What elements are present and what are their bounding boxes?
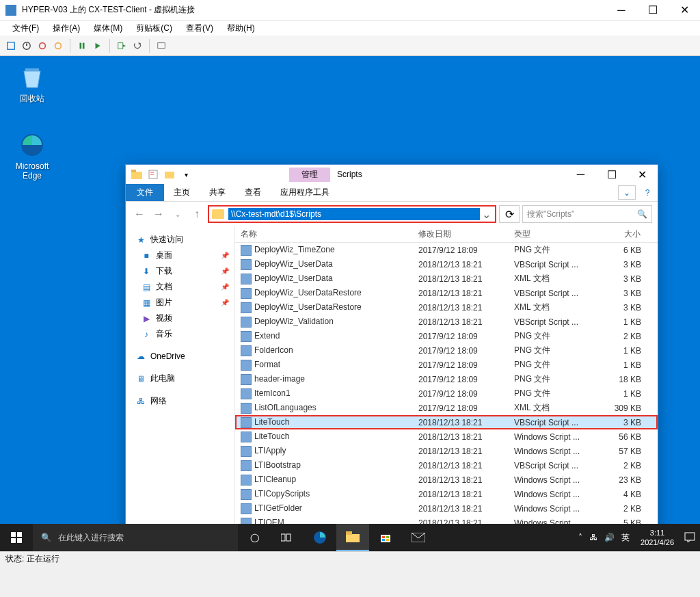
sidebar-music[interactable]: ♪音乐 <box>126 326 234 342</box>
file-row[interactable]: DeployWiz_UserDataRestore2018/12/13 18:2… <box>235 286 658 300</box>
svg-rect-23 <box>17 532 22 537</box>
explorer-minimize-button[interactable]: ─ <box>565 165 596 184</box>
menu-file[interactable]: 文件(F) <box>5 23 46 34</box>
ribbon-share-tab[interactable]: 共享 <box>200 184 235 201</box>
ribbon-expand-icon[interactable]: ⌄ <box>618 185 636 200</box>
sidebar-documents[interactable]: ▤文档📌 <box>126 279 234 295</box>
file-row[interactable]: LTICleanup2018/12/13 18:21Windows Script… <box>235 473 658 487</box>
file-icon <box>241 403 252 414</box>
taskbar-edge-icon[interactable] <box>304 524 336 551</box>
address-path[interactable]: \\Cx-test-mdt\d1$\Scripts <box>228 208 480 220</box>
file-row[interactable]: DeployWiz_UserData2018/12/13 18:21XML 文档… <box>235 271 658 286</box>
nav-back-button[interactable]: ← <box>131 206 148 222</box>
file-row[interactable]: Extend2017/9/12 18:09PNG 文件2 KB <box>235 329 658 343</box>
pause-icon[interactable] <box>75 39 89 53</box>
file-type: PNG 文件 <box>509 330 591 342</box>
file-row[interactable]: header-image2017/9/12 18:09PNG 文件18 KB <box>235 372 658 386</box>
address-dropdown-icon[interactable]: ⌄ <box>480 208 492 221</box>
shutdown-icon[interactable] <box>36 39 49 53</box>
qat-properties-icon[interactable] <box>146 168 160 181</box>
file-row[interactable]: DeployWiz_UserDataRestore2018/12/13 18:2… <box>235 300 658 315</box>
file-size: 1 KB <box>591 346 658 356</box>
ribbon-help-icon[interactable]: ? <box>638 185 656 200</box>
file-row[interactable]: DeployWiz_TimeZone2017/9/12 18:09PNG 文件6… <box>235 243 658 257</box>
sidebar-videos[interactable]: ▶视频 <box>126 310 234 326</box>
taskbar-store-icon[interactable] <box>369 524 402 551</box>
enhanced-session-icon[interactable] <box>154 39 168 53</box>
host-status-bar: 状态: 正在运行 <box>0 551 700 566</box>
file-row[interactable]: LTIApply2018/12/13 18:21Windows Script .… <box>235 444 658 458</box>
close-button[interactable]: ✕ <box>669 0 700 21</box>
menu-media[interactable]: 媒体(M) <box>87 23 129 34</box>
action-center-icon[interactable] <box>679 524 700 551</box>
checkpoint-icon[interactable] <box>115 39 129 53</box>
start-button[interactable] <box>0 524 33 551</box>
menu-view[interactable]: 查看(V) <box>179 23 220 34</box>
recycle-bin-icon[interactable]: 回收站 <box>7 63 57 105</box>
system-tray[interactable]: ˄ 🖧 🔊 英 <box>573 532 635 544</box>
col-type[interactable]: 类型 <box>509 228 591 240</box>
revert-icon[interactable] <box>131 39 144 53</box>
window-tab-label: Scripts <box>330 168 369 181</box>
cortana-icon[interactable]: ◯ <box>238 524 271 551</box>
edge-icon[interactable]: Microsoft Edge <box>7 131 57 181</box>
maximize-button[interactable]: ☐ <box>637 0 669 21</box>
tray-volume-icon[interactable]: 🔊 <box>604 533 615 542</box>
sidebar-downloads[interactable]: ⬇下载📌 <box>126 263 234 279</box>
nav-forward-button[interactable]: → <box>150 206 167 222</box>
explorer-maximize-button[interactable]: ☐ <box>596 165 627 184</box>
file-row[interactable]: LTIBootstrap2018/12/13 18:21VBScript Scr… <box>235 458 658 473</box>
file-row[interactable]: LTICopyScripts2018/12/13 18:21Windows Sc… <box>235 487 658 501</box>
col-date[interactable]: 修改日期 <box>413 228 509 240</box>
tray-network-icon[interactable]: 🖧 <box>589 533 597 542</box>
file-rows[interactable]: DeployWiz_TimeZone2017/9/12 18:09PNG 文件6… <box>235 243 658 542</box>
file-row[interactable]: LiteTouch2018/12/13 18:21Windows Script … <box>235 429 658 444</box>
minimize-button[interactable]: ─ <box>606 0 637 21</box>
start-icon[interactable] <box>20 39 33 53</box>
sidebar-pictures[interactable]: ▦图片📌 <box>126 295 234 310</box>
ribbon-view-tab[interactable]: 查看 <box>235 184 271 201</box>
ctrl-alt-del-icon[interactable] <box>4 39 18 53</box>
menu-help[interactable]: 帮助(H) <box>220 23 262 34</box>
task-view-icon[interactable] <box>271 524 304 551</box>
nav-history-button[interactable]: ⌄ <box>170 206 186 222</box>
taskbar-mail-icon[interactable] <box>402 524 435 551</box>
svg-rect-6 <box>83 42 85 49</box>
ribbon-file-tab[interactable]: 文件 <box>126 184 164 201</box>
file-row[interactable]: ListOfLanguages2017/9/12 18:09XML 文档309 … <box>235 401 658 415</box>
refresh-button[interactable]: ⟳ <box>499 205 520 223</box>
file-date: 2017/9/12 18:09 <box>413 360 509 370</box>
taskbar-explorer-icon[interactable] <box>336 524 369 551</box>
file-row[interactable]: Format2017/9/12 18:09PNG 文件1 KB <box>235 358 658 372</box>
address-bar[interactable]: \\Cx-test-mdt\d1$\Scripts ⌄ <box>208 205 496 223</box>
sidebar-this-pc[interactable]: 🖥此电脑 <box>126 371 234 386</box>
qat-dropdown-icon[interactable]: ▾ <box>179 168 193 181</box>
save-icon[interactable] <box>51 39 65 53</box>
search-input[interactable]: 搜索"Scripts" 🔍 <box>522 205 652 223</box>
ribbon-home-tab[interactable]: 主页 <box>164 184 200 201</box>
reset-icon[interactable] <box>91 39 105 53</box>
sidebar-network[interactable]: 🖧网络 <box>126 393 234 409</box>
qat-newfolder-icon[interactable] <box>163 168 176 181</box>
host-toolbar <box>0 36 700 56</box>
sidebar-onedrive[interactable]: ☁OneDrive <box>126 349 234 364</box>
file-row[interactable]: DeployWiz_UserData2018/12/13 18:21VBScri… <box>235 257 658 271</box>
col-name[interactable]: 名称 <box>235 228 413 240</box>
explorer-close-button[interactable]: ✕ <box>627 165 658 184</box>
ribbon-apptools-tab[interactable]: 应用程序工具 <box>271 184 339 201</box>
sidebar-quick-access[interactable]: ★快速访问 <box>126 232 234 248</box>
file-row[interactable]: LiteTouch2018/12/13 18:21VBScript Script… <box>235 415 658 429</box>
taskbar-search[interactable]: 🔍在此键入进行搜索 <box>33 524 238 551</box>
tray-ime-label[interactable]: 英 <box>621 532 630 544</box>
file-row[interactable]: DeployWiz_Validation2018/12/13 18:21VBSc… <box>235 315 658 329</box>
file-row[interactable]: FolderIcon2017/9/12 18:09PNG 文件1 KB <box>235 343 658 358</box>
file-row[interactable]: LTIGetFolder2018/12/13 18:21Windows Scri… <box>235 501 658 516</box>
file-row[interactable]: ItemIcon12017/9/12 18:09PNG 文件1 KB <box>235 386 658 401</box>
menu-action[interactable]: 操作(A) <box>46 23 87 34</box>
tray-clock[interactable]: 3:11 2021/4/26 <box>635 528 679 547</box>
tray-up-icon[interactable]: ˄ <box>578 533 582 542</box>
nav-up-button[interactable]: ↑ <box>189 206 205 222</box>
col-size[interactable]: 大小 <box>591 228 658 240</box>
sidebar-desktop[interactable]: ■桌面📌 <box>126 248 234 263</box>
menu-clipboard[interactable]: 剪贴板(C) <box>129 23 179 34</box>
